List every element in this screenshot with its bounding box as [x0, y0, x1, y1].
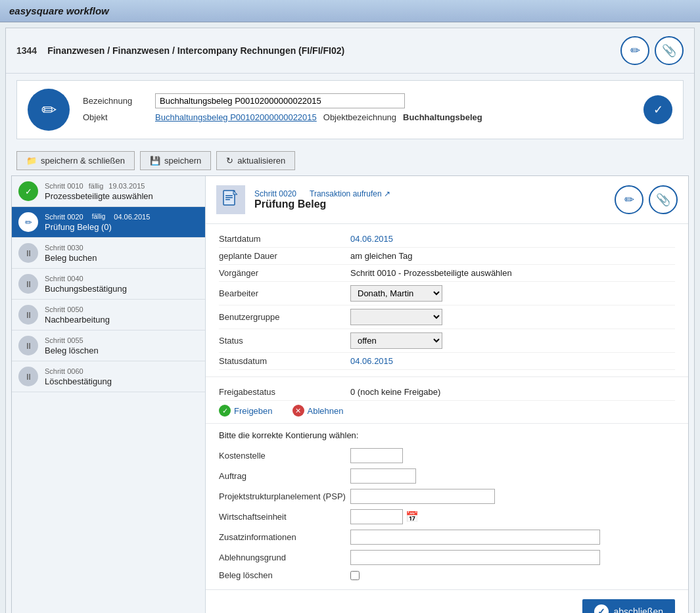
step-pencil-icon: ✏ [624, 193, 634, 207]
geplante-dauer-value: am gleichen Tag [350, 251, 412, 261]
step-meta-0010: Schritt 0010 fällig 19.03.2015 Prozessbe… [45, 182, 153, 201]
paperclip-icon: 📎 [662, 43, 676, 58]
svg-marker-4 [233, 191, 237, 194]
step-number-0010: Schritt 0010 [45, 182, 83, 190]
beleg-loschen-checkbox[interactable] [350, 571, 360, 580]
benutzergruppe-select[interactable] [350, 309, 442, 325]
step-number-0030: Schritt 0030 [45, 244, 83, 252]
svg-rect-3 [225, 199, 230, 200]
ablehnen-link[interactable]: ✕ Ablehnen [292, 405, 344, 417]
edit-button[interactable]: ✏ [620, 36, 649, 65]
wirtschaftseinheit-input[interactable] [350, 509, 403, 524]
startdatum-row: Startdatum 04.06.2015 [219, 231, 675, 248]
step-name-0060: Löschbestätigung [45, 376, 112, 386]
step-inactive-icon-0055: ⏸ [18, 336, 38, 355]
bearbeiter-select[interactable]: Donath, Martin [350, 285, 442, 302]
kostenstelle-input[interactable] [350, 448, 403, 463]
confirm-button[interactable]: ✓ [643, 95, 672, 124]
step-title-area: Schritt 0020 Transaktion aufrufen ↗ Prüf… [254, 189, 390, 210]
sidebar-item-step0020[interactable]: ✏ Schritt 0020 fällig 04.06.2015 Prüfung… [12, 207, 205, 238]
calendar-icon[interactable]: 📅 [406, 511, 419, 523]
status-row: Status offen geschlossen in Bearbeitung [219, 329, 675, 353]
objektbezeichnung-label: Objektbezeichnung [323, 112, 396, 122]
step-paperclip-icon: 📎 [656, 193, 670, 207]
psp-row: Projektstrukturplanelement (PSP) [219, 486, 675, 507]
fallig-label-0010: fällig [89, 182, 104, 190]
save-close-label: speichern & schließen [41, 156, 125, 166]
step-info-0055: Schritt 0055 [45, 336, 99, 344]
sidebar-item-step0030[interactable]: ⏸ Schritt 0030 Beleg buchen [12, 238, 205, 269]
freigeben-icon: ✓ [219, 405, 231, 417]
kostenstelle-row: Kostenstelle [219, 445, 675, 466]
sidebar: ✓ Schritt 0010 fällig 19.03.2015 Prozess… [12, 176, 206, 613]
sidebar-item-step0040[interactable]: ⏸ Schritt 0040 Buchungsbestätigung [12, 269, 205, 300]
step-inactive-icon-0060: ⏸ [18, 367, 38, 386]
vorganger-row: Vorgänger Schritt 0010 - Prozessbeteilig… [219, 265, 675, 282]
objekt-label: Objekt [83, 112, 149, 122]
step-active-icon: ✏ [18, 212, 38, 232]
right-content: Schritt 0020 Transaktion aufrufen ↗ Prüf… [206, 176, 688, 613]
step-name-0050: Nachbearbeitung [45, 315, 110, 325]
save-button[interactable]: 💾 speichern [140, 151, 211, 170]
benutzergruppe-label: Benutzergruppe [219, 312, 350, 322]
fallig-badge-0020: fällig [89, 212, 109, 221]
statusdatum-row: Statusdatum 04.06.2015 [219, 353, 675, 370]
detail-step-number: Schritt 0020 [254, 189, 296, 198]
startdatum-value: 04.06.2015 [350, 234, 393, 244]
step-name-0020: Prüfung Beleg (0) [45, 222, 150, 232]
document-icon [216, 185, 245, 214]
step-number-0055: Schritt 0055 [45, 336, 83, 344]
workflow-title: Finanzwesen / Finanzwesen / Intercompany… [47, 45, 344, 56]
freigeben-link[interactable]: ✓ Freigeben [219, 405, 273, 417]
auftrag-label: Auftrag [219, 471, 350, 481]
freigabe-section: Freigabestatus 0 (noch keine Freigabe) ✓… [206, 376, 688, 424]
statusdatum-label: Statusdatum [219, 356, 350, 366]
kostenstelle-label: Kostenstelle [219, 451, 350, 461]
ablehnen-label: Ablehnen [308, 406, 344, 416]
step-info-0030: Schritt 0030 [45, 244, 97, 252]
bezeichnung-label: Bezeichnung [83, 96, 149, 106]
freigabestatus-row: Freigabestatus 0 (noch keine Freigabe) [219, 384, 675, 401]
step-info-0010: Schritt 0010 fällig 19.03.2015 [45, 182, 153, 190]
save-close-button[interactable]: 📁 speichern & schließen [16, 151, 135, 170]
kontierung-section: Bitte die korrekte Kontierung wählen: Ko… [206, 424, 688, 589]
ablehnungsgrund-input[interactable] [350, 550, 600, 565]
psp-label: Projektstrukturplanelement (PSP) [219, 491, 350, 501]
abschliessen-button[interactable]: ✓ abschließen [582, 599, 676, 613]
bezeichnung-input[interactable] [155, 93, 405, 108]
checkmark-icon: ✓ [653, 102, 663, 117]
psp-input[interactable] [350, 489, 495, 504]
wirtschaftseinheit-row: Wirtschaftseinheit 📅 [219, 507, 675, 527]
sidebar-item-step0010[interactable]: ✓ Schritt 0010 fällig 19.03.2015 Prozess… [12, 176, 205, 207]
folder-icon: 📁 [26, 156, 37, 166]
objekt-data: Buchhaltungsbeleg P00102000000022015 Obj… [155, 112, 482, 122]
svg-rect-2 [225, 197, 233, 198]
step-name-0030: Beleg buchen [45, 253, 97, 263]
auftrag-input[interactable] [350, 468, 416, 484]
step-meta-0055: Schritt 0055 Beleg löschen [45, 336, 99, 355]
refresh-icon: ↻ [226, 156, 233, 166]
ablehnungsgrund-row: Ablehnungsgrund [219, 547, 675, 568]
abschliessen-label: abschließen [614, 606, 664, 613]
vorganger-label: Vorgänger [219, 268, 350, 278]
step-edit-button[interactable]: ✏ [615, 185, 643, 214]
step-meta-0040: Schritt 0040 Buchungsbestätigung [45, 275, 127, 294]
zusatzinfo-input[interactable] [350, 530, 600, 545]
sidebar-item-step0060[interactable]: ⏸ Schritt 0060 Löschbestätigung [12, 361, 205, 392]
refresh-button[interactable]: ↻ aktualisieren [216, 151, 295, 170]
status-select[interactable]: offen geschlossen in Bearbeitung [350, 332, 442, 349]
wirtschaft-wrapper: 📅 [350, 509, 419, 524]
sidebar-item-step0055[interactable]: ⏸ Schritt 0055 Beleg löschen [12, 330, 205, 361]
sidebar-item-step0050[interactable]: ⏸ Schritt 0050 Nachbearbeitung [12, 300, 205, 330]
step-done-icon: ✓ [18, 181, 38, 201]
step-info-0040: Schritt 0040 [45, 275, 127, 283]
step-attach-button[interactable]: 📎 [649, 185, 678, 214]
objekt-row: Objekt Buchhaltungsbeleg P00102000000022… [83, 112, 630, 122]
beleg-loschen-row: Beleg löschen [219, 568, 675, 583]
objekt-link[interactable]: Buchhaltungsbeleg P00102000000022015 [155, 112, 317, 122]
attach-button[interactable]: 📎 [655, 36, 684, 65]
step-header-icons: ✏ 📎 [615, 185, 678, 214]
transaction-link[interactable]: Transaktion aufrufen ↗ [310, 189, 390, 198]
freigabe-actions: ✓ Freigeben ✕ Ablehnen [219, 405, 675, 417]
kontierung-title: Bitte die korrekte Kontierung wählen: [219, 430, 675, 440]
